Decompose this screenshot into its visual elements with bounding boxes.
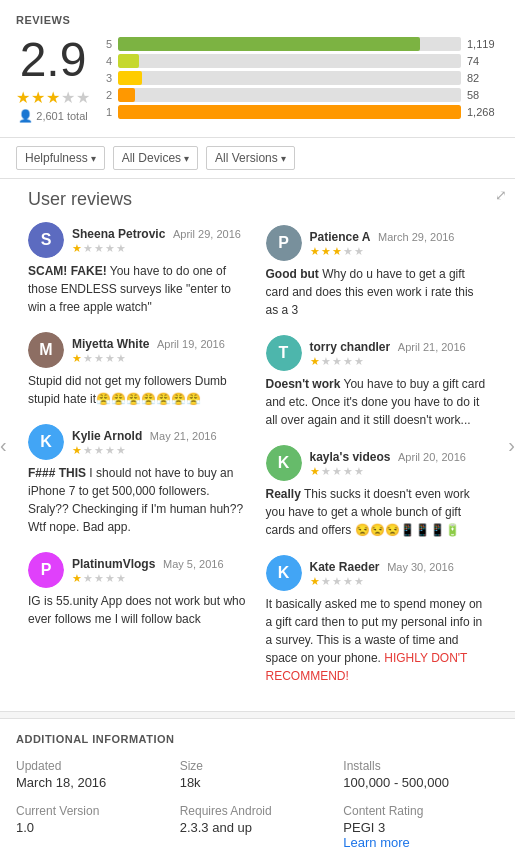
bar-track <box>118 71 461 85</box>
avatar: K <box>266 445 302 481</box>
installs-label: Installs <box>343 759 499 773</box>
review-text: Good but Why do u have to get a gift car… <box>266 265 488 319</box>
avatar: T <box>266 335 302 371</box>
review-card: S Sheena Petrovic April 29, 2016 ★★★★★ S… <box>28 222 250 316</box>
review-date: May 21, 2016 <box>150 430 217 442</box>
bar-label: 3 <box>106 72 112 84</box>
review-star-4: ★ <box>105 352 115 365</box>
size-label: Size <box>180 759 336 773</box>
helpfulness-filter[interactable]: Helpfulness ▾ <box>16 146 105 170</box>
reviews-left-col: User reviews S Sheena Petrovic April 29,… <box>20 179 258 711</box>
content-cell: Content Rating PEGI 3 Learn more <box>343 804 499 850</box>
bar-fill <box>118 37 420 51</box>
review-stars: ★★★★★ <box>72 444 217 457</box>
expand-icon[interactable]: ⤢ <box>495 187 507 203</box>
reviews-section: REVIEWS 2.9 ★ ★ ★ ★ ★ 👤 2,601 total 5 1,… <box>0 0 515 138</box>
avatar-circle: S <box>28 222 64 258</box>
bar-track <box>118 37 461 51</box>
review-card: P PlatinumVlogs May 5, 2016 ★★★★★ IG is … <box>28 552 250 628</box>
user-reviews-label: User reviews <box>28 189 250 210</box>
bar-label: 4 <box>106 55 112 67</box>
avatar: M <box>28 332 64 368</box>
reviewer-info: PlatinumVlogs May 5, 2016 ★★★★★ <box>72 556 224 585</box>
review-date: April 19, 2016 <box>157 338 225 350</box>
bar-fill <box>118 88 135 102</box>
next-reviews-arrow[interactable]: › <box>508 434 515 457</box>
review-star-2: ★ <box>83 242 93 255</box>
review-card: P Patience A March 29, 2016 ★★★★★ Good b… <box>266 225 488 319</box>
review-header: S Sheena Petrovic April 29, 2016 ★★★★★ <box>28 222 250 258</box>
reviewer-info: Miyetta White April 19, 2016 ★★★★★ <box>72 336 225 365</box>
reviewer-name: Sheena Petrovic <box>72 227 165 241</box>
review-stars: ★★★★★ <box>72 352 225 365</box>
reviewer-name: torry chandler <box>310 340 391 354</box>
review-header: K Kylie Arnold May 21, 2016 ★★★★★ <box>28 424 250 460</box>
review-date: May 30, 2016 <box>387 561 454 573</box>
all-versions-filter[interactable]: All Versions ▾ <box>206 146 295 170</box>
review-star-1: ★ <box>72 572 82 585</box>
bar-track <box>118 54 461 68</box>
star-4: ★ <box>61 88 75 107</box>
avatar: P <box>28 552 64 588</box>
review-text: Stupid did not get my followers Dumb stu… <box>28 372 250 408</box>
review-star-5: ★ <box>354 355 364 368</box>
review-star-1: ★ <box>72 242 82 255</box>
chevron-down-icon: ▾ <box>184 153 189 164</box>
review-star-4: ★ <box>105 242 115 255</box>
bar-fill <box>118 54 139 68</box>
review-date: April 20, 2016 <box>398 451 466 463</box>
reviewer-info: Kylie Arnold May 21, 2016 ★★★★★ <box>72 428 217 457</box>
chevron-down-icon: ▾ <box>281 153 286 164</box>
prev-reviews-arrow[interactable]: ‹ <box>0 434 7 457</box>
review-star-3: ★ <box>94 242 104 255</box>
star-3: ★ <box>46 88 60 107</box>
review-star-2: ★ <box>321 465 331 478</box>
all-devices-filter[interactable]: All Devices ▾ <box>113 146 198 170</box>
review-star-1: ★ <box>310 355 320 368</box>
content-label: Content Rating <box>343 804 499 818</box>
updated-label: Updated <box>16 759 172 773</box>
review-header: T torry chandler April 21, 2016 ★★★★★ <box>266 335 488 371</box>
avatar-circle: M <box>28 332 64 368</box>
review-star-3: ★ <box>332 245 342 258</box>
avatar-circle: K <box>28 424 64 460</box>
star-5: ★ <box>76 88 90 107</box>
review-stars: ★★★★★ <box>72 572 224 585</box>
rating-stars: ★ ★ ★ ★ ★ <box>16 88 90 107</box>
avatar: P <box>266 225 302 261</box>
reviewer-name: Miyetta White <box>72 337 149 351</box>
review-star-1: ★ <box>72 352 82 365</box>
review-stars: ★★★★★ <box>310 355 466 368</box>
learn-more-link[interactable]: Learn more <box>343 835 409 850</box>
rating-score: 2.9 <box>16 36 90 84</box>
reviewer-name: PlatinumVlogs <box>72 557 155 571</box>
review-star-4: ★ <box>105 444 115 457</box>
avatar-circle: K <box>266 445 302 481</box>
reviews-columns: User reviews S Sheena Petrovic April 29,… <box>20 179 495 711</box>
big-rating: 2.9 ★ ★ ★ ★ ★ 👤 2,601 total <box>16 36 90 123</box>
reviews-area: ‹ User reviews S Sheena Petrovic April 2… <box>0 179 515 711</box>
updated-value: March 18, 2016 <box>16 775 172 790</box>
review-text: Really This sucks it doesn't even work y… <box>266 485 488 539</box>
avatar-circle: K <box>266 555 302 591</box>
installs-cell: Installs 100,000 - 500,000 <box>343 759 499 790</box>
person-icon: 👤 <box>18 109 33 123</box>
review-star-5: ★ <box>116 352 126 365</box>
review-star-5: ★ <box>354 245 364 258</box>
bar-chart: 5 1,119 4 74 3 82 2 58 1 <box>106 37 499 122</box>
bar-fill <box>118 105 461 119</box>
reviewer-info: Patience A March 29, 2016 ★★★★★ <box>310 229 455 258</box>
review-text: SCAM! FAKE! You have to do one of those … <box>28 262 250 316</box>
review-star-3: ★ <box>332 465 342 478</box>
review-star-4: ★ <box>343 465 353 478</box>
installs-value: 100,000 - 500,000 <box>343 775 499 790</box>
review-star-1: ★ <box>72 444 82 457</box>
review-text: It basically asked me to spend money on … <box>266 595 488 685</box>
avatar-circle: T <box>266 335 302 371</box>
android-cell: Requires Android 2.3.3 and up <box>180 804 336 850</box>
avatar: K <box>28 424 64 460</box>
avatar: K <box>266 555 302 591</box>
reviewer-name: kayla's videos <box>310 450 391 464</box>
review-star-5: ★ <box>354 465 364 478</box>
review-header: P Patience A March 29, 2016 ★★★★★ <box>266 225 488 261</box>
